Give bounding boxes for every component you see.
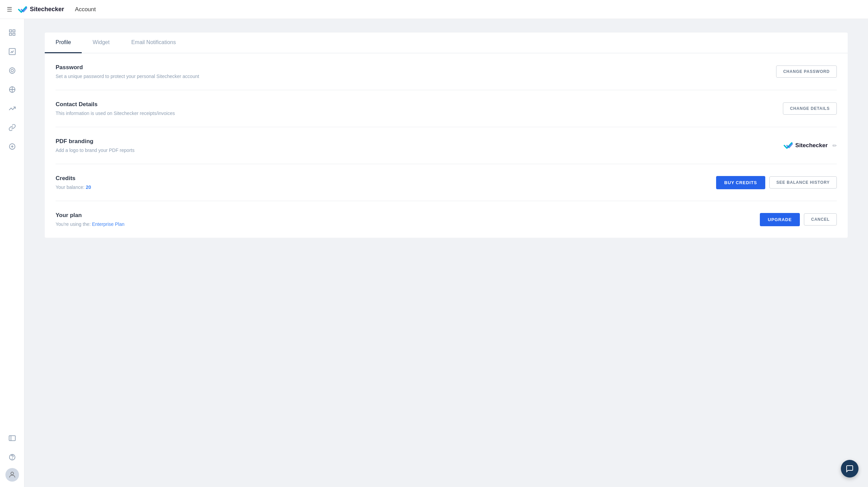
svg-point-13 [12, 459, 12, 459]
pdf-branding-actions: Sitechecker ✏ [783, 142, 837, 149]
sidebar-item-help[interactable] [4, 430, 20, 446]
change-password-button[interactable]: CHANGE PASSWORD [776, 65, 837, 78]
see-balance-history-button[interactable]: SEE BALANCE HISTORY [769, 176, 837, 189]
tabs-container: Profile Widget Email Notifications [45, 33, 848, 53]
plan-name-link[interactable]: Enterprise Plan [92, 221, 124, 227]
contact-details-title: Contact Details [56, 101, 783, 108]
password-title: Password [56, 64, 776, 71]
pdf-logo-icon [783, 142, 793, 149]
sections-card: Password Set a unique password to protec… [45, 53, 848, 238]
credits-section: Credits Your balance: 20 BUY CREDITS SEE… [56, 164, 837, 201]
svg-rect-3 [13, 33, 15, 35]
logo-icon [18, 6, 27, 13]
balance-value: 20 [86, 184, 91, 190]
contact-details-info: Contact Details This information is used… [56, 101, 783, 116]
sidebar-item-monitor[interactable] [4, 62, 20, 79]
password-section: Password Set a unique password to protec… [56, 53, 837, 90]
svg-rect-0 [9, 30, 11, 32]
credits-info: Credits Your balance: 20 [56, 175, 716, 190]
svg-rect-4 [9, 48, 15, 55]
password-info: Password Set a unique password to protec… [56, 64, 776, 79]
balance-prefix: Your balance: [56, 184, 86, 190]
content-area: Profile Widget Email Notifications Passw… [24, 19, 868, 487]
svg-rect-1 [13, 30, 15, 32]
your-plan-desc: You're using the: Enterprise Plan [56, 221, 760, 227]
your-plan-info: Your plan You're using the: Enterprise P… [56, 212, 760, 227]
sidebar-item-analytics[interactable] [4, 43, 20, 60]
tab-profile[interactable]: Profile [45, 33, 82, 53]
sidebar-bottom [4, 430, 20, 482]
pdf-edit-icon[interactable]: ✏ [832, 142, 837, 149]
svg-rect-11 [9, 436, 15, 441]
logo[interactable]: Sitechecker [18, 6, 64, 13]
sidebar-item-dashboard[interactable] [4, 24, 20, 41]
cancel-button[interactable]: CANCEL [804, 213, 837, 226]
avatar[interactable] [5, 468, 19, 482]
page-title: Account [75, 6, 96, 13]
svg-point-6 [11, 69, 13, 72]
your-plan-title: Your plan [56, 212, 760, 219]
topbar: ☰ Sitechecker Account [0, 0, 868, 19]
sidebar-item-trends[interactable] [4, 100, 20, 117]
sidebar [0, 19, 24, 487]
credits-actions: BUY CREDITS SEE BALANCE HISTORY [716, 176, 837, 189]
pdf-branding-desc: Add a logo to brand your PDF reports [56, 148, 783, 153]
chat-icon [846, 465, 854, 473]
pdf-branding-info: PDF branding Add a logo to brand your PD… [56, 138, 783, 153]
sidebar-item-add[interactable] [4, 138, 20, 155]
plan-prefix: You're using the: [56, 221, 92, 227]
svg-point-14 [11, 472, 14, 475]
change-details-button[interactable]: CHANGE DETAILS [783, 102, 837, 115]
tab-widget[interactable]: Widget [82, 33, 120, 53]
svg-rect-2 [9, 33, 11, 35]
logo-text: Sitechecker [30, 6, 64, 13]
credits-title: Credits [56, 175, 716, 182]
chat-fab[interactable] [841, 460, 859, 478]
contact-details-desc: This information is used on Sitechecker … [56, 111, 783, 116]
upgrade-button[interactable]: UPGRADE [760, 213, 800, 226]
password-actions: CHANGE PASSWORD [776, 65, 837, 78]
contact-details-section: Contact Details This information is used… [56, 90, 837, 127]
contact-details-actions: CHANGE DETAILS [783, 102, 837, 115]
main-layout: Profile Widget Email Notifications Passw… [0, 19, 868, 487]
pdf-branding-title: PDF branding [56, 138, 783, 145]
credits-balance: Your balance: 20 [56, 184, 716, 190]
pdf-branding-section: PDF branding Add a logo to brand your PD… [56, 127, 837, 164]
pdf-branding-logo: Sitechecker ✏ [783, 142, 837, 149]
sidebar-item-radar[interactable] [4, 81, 20, 98]
pdf-logo-text: Sitechecker [795, 142, 828, 149]
buy-credits-button[interactable]: BUY CREDITS [716, 176, 765, 189]
svg-point-5 [9, 68, 15, 74]
sidebar-item-support[interactable] [4, 449, 20, 465]
menu-icon[interactable]: ☰ [7, 6, 12, 13]
your-plan-section: Your plan You're using the: Enterprise P… [56, 201, 837, 238]
your-plan-actions: UPGRADE CANCEL [760, 213, 837, 226]
sidebar-item-links[interactable] [4, 119, 20, 136]
password-desc: Set a unique password to protect your pe… [56, 74, 776, 79]
tab-email-notifications[interactable]: Email Notifications [120, 33, 187, 53]
